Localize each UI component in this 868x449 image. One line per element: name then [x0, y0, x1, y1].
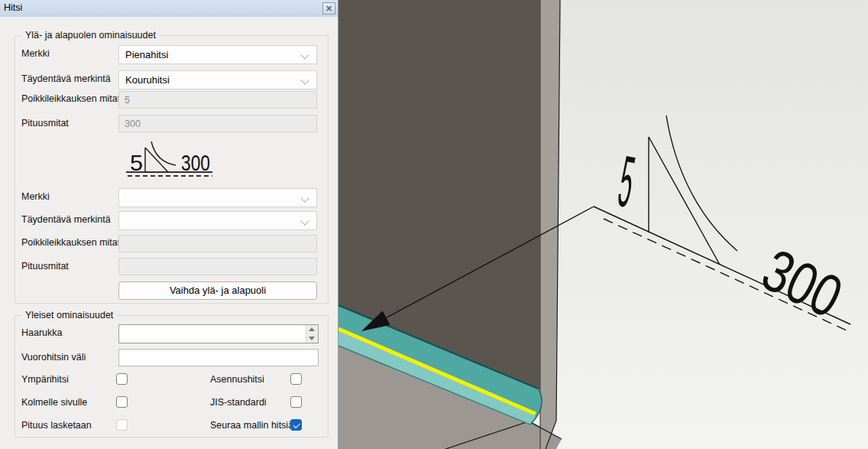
label-seuraa-mallin-hitsia: Seuraa mallin hitsiä — [210, 420, 293, 431]
input-pituus-bottom[interactable] — [118, 258, 317, 275]
label-taydentava-bottom: Täydentävä merkintä — [21, 214, 111, 225]
label-pituus-bottom: Pituusmitat — [21, 261, 69, 272]
dialog-title: Hitsi — [4, 2, 22, 13]
weld-symbol-preview: 5 300 — [115, 135, 222, 182]
swap-top-bottom-button[interactable]: Vaihda ylä- ja alapuoli — [118, 281, 317, 300]
label-asennushitsi: Asennushitsi — [210, 374, 264, 385]
combo-taydentava-top[interactable]: Kouruhitsi — [118, 70, 317, 89]
checkbox-kolmelle-sivulle[interactable] — [116, 396, 128, 408]
symbol-fillet-hypotenuse — [145, 148, 168, 172]
symbol-contour-curve — [151, 142, 176, 165]
group-top-bottom-legend: Ylä- ja alapuolen ominaisuudet — [22, 30, 159, 41]
group-general-legend: Yleiset ominaisuudet — [22, 310, 116, 320]
combo-taydentava-bottom[interactable] — [118, 211, 317, 230]
checkbox-seuraa-mallin-hitsia[interactable] — [290, 419, 302, 431]
spinner-down-icon[interactable] — [309, 337, 315, 340]
symbol-size-text: 5 — [130, 150, 143, 175]
label-poikkileikkaus-top: Poikkileikkauksen mitat — [21, 93, 120, 104]
checkbox-asennushitsi[interactable] — [290, 373, 302, 385]
combo-merkki-top-value: Pienahitsi — [125, 49, 168, 60]
combo-taydentava-top-value: Kouruhitsi — [125, 74, 170, 86]
label-poikkileikkaus-bottom: Poikkileikkauksen mitat — [21, 237, 120, 248]
haarukka-spinner-field[interactable] — [118, 324, 319, 343]
checkbox-ymparihitsi[interactable] — [116, 373, 128, 385]
label-taydentava-top: Täydentävä merkintä — [21, 73, 111, 84]
symbol-length-text: 300 — [181, 150, 210, 175]
vuorohitsin-vali-input[interactable] — [118, 349, 319, 366]
combo-merkki-bottom[interactable] — [118, 188, 317, 207]
combo-merkki-top[interactable]: Pienahitsi — [118, 45, 317, 64]
model-3d-viewport[interactable]: 5 300 — [338, 0, 868, 449]
input-poikkileikkaus-top[interactable] — [118, 91, 317, 109]
label-pituus-top: Pituusmitat — [21, 118, 69, 129]
label-ymparihitsi: Ympärihitsi — [21, 374, 69, 385]
checkbox-jis-standardi[interactable] — [290, 396, 302, 408]
weld-properties-dialog: Hitsi ✕ Ylä- ja alapuolen ominaisuudet M… — [0, 0, 338, 449]
label-merkki-top: Merkki — [21, 48, 50, 59]
label-haarukka: Haarukka — [21, 327, 63, 338]
label-jis-standardi: JIS-standardi — [210, 397, 267, 408]
input-poikkileikkaus-bottom[interactable] — [118, 235, 317, 252]
spinner-up-icon[interactable] — [309, 327, 315, 331]
close-button[interactable]: ✕ — [322, 2, 335, 15]
spinner-buttons[interactable] — [306, 325, 318, 343]
application-window: Hitsi ✕ Ylä- ja alapuolen ominaisuudet M… — [0, 0, 868, 449]
checkbox-pituus-lasketaan — [116, 419, 128, 431]
dialog-titlebar[interactable]: Hitsi ✕ — [0, 0, 338, 17]
label-merkki-bottom: Merkki — [21, 191, 50, 202]
label-kolmelle-sivulle: Kolmelle sivulle — [21, 397, 87, 408]
label-pituus-lasketaan: Pituus lasketaan — [21, 420, 92, 431]
close-icon: ✕ — [326, 4, 332, 13]
input-pituus-top[interactable] — [118, 115, 317, 132]
label-vuorohitsin-vali: Vuorohitsin väli — [21, 352, 86, 363]
